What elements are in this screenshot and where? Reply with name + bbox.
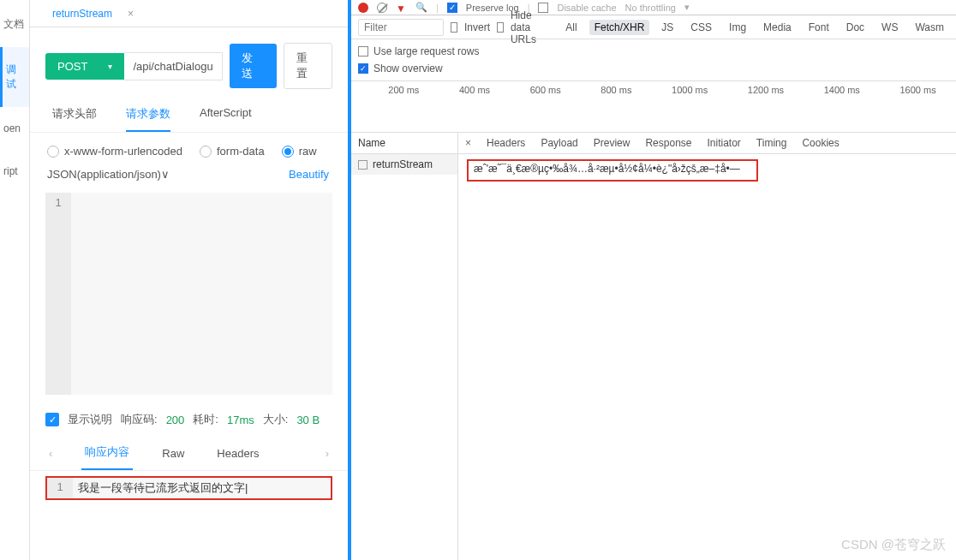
show-desc-checkbox[interactable]: ✓ xyxy=(45,413,59,426)
nav-oen[interactable]: oen xyxy=(0,107,29,150)
tab-headers[interactable]: Headers xyxy=(487,137,525,149)
row-checkbox[interactable] xyxy=(358,160,367,170)
filter-ws[interactable]: WS xyxy=(876,20,903,35)
invert-checkbox[interactable] xyxy=(451,22,457,33)
tab-initiator[interactable]: Initiator xyxy=(707,137,740,149)
names-column: Name returnStream xyxy=(351,133,458,560)
devtools-toolbar: ▼ 🔍 | ✓ Preserve log | Disable cache No … xyxy=(351,0,956,15)
show-overview-toggle[interactable]: ✓Show overview xyxy=(358,60,949,77)
close-detail-icon[interactable]: × xyxy=(465,137,471,149)
garbled-response: æˆ'æ˜¯ä¸€æ®µç•‰å¾…å·²æµ•å½¢å¼•è¿"å›žçš„æ… xyxy=(467,159,758,182)
network-grid: Name returnStream × Headers Payload Prev… xyxy=(351,133,956,560)
response-body: 1 我是一段等待已流形式返回的文字| xyxy=(45,476,332,500)
detail-pane: × Headers Payload Preview Response Initi… xyxy=(458,133,956,560)
request-subtabs: 请求头部 请求参数 AfterScript xyxy=(30,96,348,133)
response-status-bar: ✓ 显示说明 响应码: 200 耗时: 17ms 大小: 30 B xyxy=(30,395,348,434)
throttling-select[interactable]: No throttling xyxy=(625,3,676,13)
tick: 600 ms xyxy=(530,85,561,95)
detail-tabs: × Headers Payload Preview Response Initi… xyxy=(458,133,956,154)
scroll-left-icon[interactable]: ‹ xyxy=(45,442,56,468)
tick: 1400 ms xyxy=(824,85,860,95)
tab-returnstream[interactable]: returnStream xyxy=(45,3,119,25)
resp-gutter: 1 xyxy=(47,478,73,498)
row-name: returnStream xyxy=(373,158,433,170)
method-select[interactable]: POST ▾ xyxy=(45,53,124,80)
size-value: 30 B xyxy=(296,414,320,426)
tab-response[interactable]: Response xyxy=(645,137,691,149)
tab-preview[interactable]: Preview xyxy=(594,137,630,149)
beautify-link[interactable]: Beautify xyxy=(289,168,329,181)
nav-doc[interactable]: 文档 xyxy=(0,2,29,47)
size-label: 大小: xyxy=(263,412,289,427)
body-type-row: x-www-form-urlencoded form-data raw xyxy=(30,133,348,163)
chevron-down-icon: ▾ xyxy=(108,62,112,71)
filter-font[interactable]: Font xyxy=(804,20,834,35)
radio-urlencoded[interactable]: x-www-form-urlencoded xyxy=(47,145,182,158)
hide-dataurls-checkbox[interactable] xyxy=(497,22,504,33)
filter-all[interactable]: All xyxy=(560,20,582,35)
response-tabs: ‹ 响应内容 Raw Headers › xyxy=(30,434,348,471)
tab-timing[interactable]: Timing xyxy=(756,137,787,149)
file-tabs: returnStream × xyxy=(30,0,348,27)
time-label: 耗时: xyxy=(193,412,218,427)
request-body-editor[interactable]: 1 xyxy=(45,193,332,395)
invert-label: Invert xyxy=(464,21,490,33)
radio-formdata[interactable]: form-data xyxy=(200,145,265,158)
clear-icon[interactable] xyxy=(377,3,387,13)
chevron-down-icon: ▾ xyxy=(684,2,690,13)
status-code: 200 xyxy=(166,414,185,426)
record-icon[interactable] xyxy=(358,3,368,13)
filter-doc[interactable]: Doc xyxy=(841,20,869,35)
filter-media[interactable]: Media xyxy=(758,20,797,35)
editor-gutter: 1 xyxy=(45,193,71,395)
filter-wasm[interactable]: Wasm xyxy=(910,20,949,35)
view-options: Use large request rows ✓Show overview xyxy=(351,39,956,81)
large-rows-toggle[interactable]: Use large request rows xyxy=(358,43,949,60)
response-content: æˆ'æ˜¯ä¸€æ®µç•‰å¾…å·²æµ•å½¢å¼•è¿"å›žçš„æ… xyxy=(458,154,956,187)
disable-cache-label: Disable cache xyxy=(557,3,616,13)
nav-ript[interactable]: ript xyxy=(0,150,29,193)
tab-cookies[interactable]: Cookies xyxy=(802,137,839,149)
filter-js[interactable]: JS xyxy=(656,20,678,35)
tab-response-headers[interactable]: Headers xyxy=(213,442,262,468)
tab-response-body[interactable]: 响应内容 xyxy=(81,439,133,470)
resp-text: 我是一段等待已流形式返回的文字| xyxy=(73,478,331,498)
tick: 200 ms xyxy=(388,85,419,95)
tick: 800 ms xyxy=(600,85,631,95)
nav-debug[interactable]: 调试 xyxy=(0,47,29,107)
close-icon[interactable]: × xyxy=(121,3,140,25)
name-header[interactable]: Name xyxy=(351,133,457,154)
tab-raw[interactable]: Raw xyxy=(158,442,188,468)
content-type-select[interactable]: JSON(application/json)∨ xyxy=(47,168,170,181)
tab-afterscript[interactable]: AfterScript xyxy=(200,106,252,132)
request-row[interactable]: returnStream xyxy=(351,154,457,175)
search-icon[interactable]: 🔍 xyxy=(415,2,427,13)
send-button[interactable]: 发 送 xyxy=(230,44,277,88)
url-input[interactable]: /api/chatDialogu xyxy=(124,52,222,80)
left-nav: 文档 调试 oen ript xyxy=(0,0,30,560)
tick: 1000 ms xyxy=(672,85,708,95)
filter-fetch[interactable]: Fetch/XHR xyxy=(589,20,650,35)
timeline[interactable]: 200 ms 400 ms 600 ms 800 ms 1000 ms 1200… xyxy=(351,81,956,133)
tick: 400 ms xyxy=(459,85,490,95)
tab-headers[interactable]: 请求头部 xyxy=(52,106,97,132)
devtools-panel: ▼ 🔍 | ✓ Preserve log | Disable cache No … xyxy=(351,0,956,560)
preserve-log-checkbox[interactable]: ✓ xyxy=(447,3,457,13)
tab-params[interactable]: 请求参数 xyxy=(126,106,170,132)
scroll-right-icon[interactable]: › xyxy=(322,442,332,468)
filter-css[interactable]: CSS xyxy=(685,20,717,35)
filter-bar: Invert Hide data URLs All Fetch/XHR JS C… xyxy=(351,15,956,39)
filter-icon[interactable]: ▼ xyxy=(396,3,407,12)
filter-input[interactable] xyxy=(358,19,444,36)
request-bar: POST ▾ /api/chatDialogu 发 送 重 置 xyxy=(30,27,348,96)
show-desc-label: 显示说明 xyxy=(68,412,112,427)
editor-code[interactable] xyxy=(71,193,332,395)
radio-raw[interactable]: raw xyxy=(282,145,317,158)
api-panel: returnStream × POST ▾ /api/chatDialogu 发… xyxy=(30,0,351,560)
content-type-row: JSON(application/json)∨ Beautify xyxy=(30,163,348,189)
time-value: 17ms xyxy=(227,414,254,426)
code-label: 响应码: xyxy=(121,412,158,427)
filter-img[interactable]: Img xyxy=(724,20,751,35)
tab-payload[interactable]: Payload xyxy=(541,137,577,149)
reset-button[interactable]: 重 置 xyxy=(284,43,332,89)
